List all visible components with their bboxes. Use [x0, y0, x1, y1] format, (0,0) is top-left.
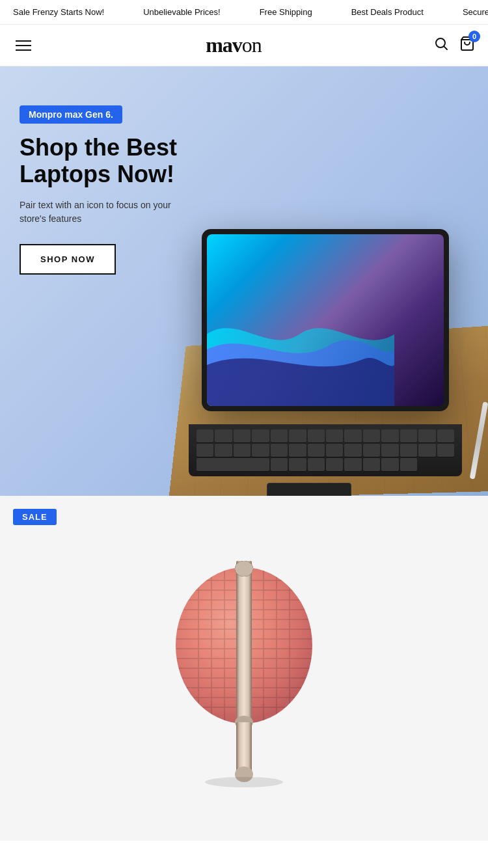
- hero-title: Shop the Best Laptops Now!: [20, 134, 189, 188]
- svg-point-33: [205, 777, 283, 787]
- header: mavon 0: [0, 25, 488, 66]
- ticker-item-4: Best Deals Product: [351, 7, 424, 17]
- logo-text: mavon: [206, 33, 262, 57]
- laptop-screen-outer: [202, 229, 449, 411]
- hero-section: Monpro max Gen 6. Shop the Best Laptops …: [0, 66, 488, 496]
- laptop-screen-inner: [207, 234, 444, 406]
- svg-point-0: [436, 38, 445, 47]
- laptop-trackpad: [267, 483, 351, 496]
- hero-subtitle: Pair text with an icon to focus on your …: [20, 198, 189, 226]
- ticker-inner: Sale Frenzy Starts Now! Unbelievable Pri…: [0, 7, 488, 17]
- ticker-item-1: Sale Frenzy Starts Now!: [13, 7, 104, 17]
- hamburger-menu[interactable]: [13, 38, 34, 53]
- cart-count: 0: [468, 31, 480, 42]
- ticker-item-3: Free Shipping: [260, 7, 312, 17]
- hamburger-line-2: [16, 45, 31, 46]
- ticker-item-5: Secure Payment: [463, 7, 488, 17]
- svg-rect-27: [236, 561, 252, 730]
- hero-badge: Monpro max Gen 6.: [20, 105, 122, 124]
- hamburger-line-3: [16, 49, 31, 51]
- header-icons: 0: [433, 36, 475, 55]
- site-logo[interactable]: mavon: [206, 33, 262, 57]
- laptop-image: [202, 229, 475, 437]
- hamburger-line-1: [16, 40, 31, 42]
- svg-point-29: [235, 561, 253, 576]
- shop-now-button[interactable]: SHOP NOW: [20, 244, 116, 275]
- sale-badge: SALE: [13, 509, 57, 525]
- hero-content: Monpro max Gen 6. Shop the Best Laptops …: [20, 105, 189, 275]
- laptop-keyboard: [189, 424, 462, 476]
- svg-line-1: [444, 46, 447, 49]
- ticker-item-2: Unbelievable Prices!: [143, 7, 221, 17]
- ticker-bar: Sale Frenzy Starts Now! Unbelievable Pri…: [0, 0, 488, 25]
- sale-section: SALE: [0, 496, 488, 841]
- search-icon[interactable]: [433, 36, 449, 55]
- microphone-image: [159, 528, 329, 834]
- cart-icon[interactable]: 0: [459, 36, 475, 55]
